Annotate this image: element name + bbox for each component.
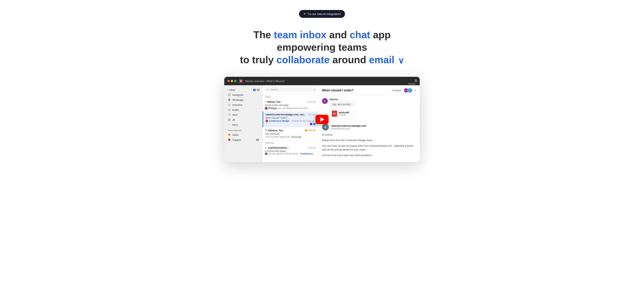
banner-text: Try our new AI integration! [308,12,341,16]
chevron-down-icon[interactable]: ∨ [398,55,404,66]
attachment[interactable]: PDF quote.pdf 7.99KB ··· [330,109,355,118]
sidebar: ▾ Inbox 2 4 Instagram Whatsapp [224,85,262,162]
accounting-badge: Accounting [290,136,302,138]
email-subject: When should I order? [322,89,354,92]
sidebar-item-support[interactable]: Support 2 [225,137,262,142]
svg-rect-7 [228,119,229,120]
support-badge: 2 [256,139,259,141]
reply-icons [310,123,316,125]
conv-sender: t orphelia@nytime... [265,146,289,149]
svg-point-11 [267,89,269,90]
assigned-label: Assigned [392,89,401,92]
email-text-body: Hi Carlos, Rafael here from the Conferen… [318,133,420,162]
sidebar-item-label: Instagram [232,93,244,96]
copy-label: Копиро... [408,83,417,85]
conv-preview-row: File: invoices-staple.pdf Accounting [265,135,316,138]
conv-subject: July expenses [265,132,316,135]
sidebar-item-label: Snoozed [232,103,242,106]
app-preview: M Missive overview - What is Missive? ⧉ … [224,77,420,162]
email-view: When should I order? Assigned E R ▾ E Et… [318,85,420,162]
sort-icon[interactable]: ⇅ [314,88,316,91]
sidebar-item-label: Sent [232,113,238,116]
email-para2: You can order as late as August 10th if … [322,144,416,152]
svg-text:t: t [266,147,266,148]
conv-time: 9:41 AM [308,147,316,149]
title-bar: M Missive overview - What is Missive? ⧉ … [224,77,420,85]
sidebar-item-label: All [232,118,235,121]
sidebar-item-instagram[interactable]: Instagram [225,92,262,97]
sidebar-item-label: Sales [232,133,239,136]
more-options-icon[interactable]: ··· [351,112,353,115]
conv-sender: rafael@conferencebadge.com, carl... [266,113,306,116]
conv-header-row: t orphelia@nytime... 9:41 AM [265,146,316,149]
yesterday-label: Yesterday [262,140,318,145]
conversation-item-selected[interactable]: rafael@conferencebadge.com, carl... 9:25… [262,111,318,127]
svg-rect-10 [230,120,230,121]
whatsapp-icon [228,98,231,101]
chevron-down-icon[interactable]: ▾ [415,89,416,92]
svg-rect-8 [230,119,230,120]
conv-sender: Etienne, You [265,129,283,132]
email-para1: Rafael here from the Conference Badge te… [322,138,416,142]
conv-time-urgent: ⬤ 8:00 AM [305,129,316,132]
sidebar-item-label: More [232,123,238,126]
hero-title: The team inbox and chat app empowering t… [240,29,404,66]
sidebar-item-more[interactable]: + More [225,122,262,127]
hero-line2: to truly collaborate around email ∨ [240,54,404,65]
today-label: Today [262,94,318,99]
bubble-sender-name: Etienne [330,98,355,101]
sidebar-item-label: Drafts [232,108,239,111]
conv-preview: Philippe can you please look into this? [265,107,316,110]
attachment-name: quote.pdf [339,111,349,114]
conv-preview: Do you agree on those terms Conference [265,152,316,155]
youtube-play-button[interactable] [316,115,328,124]
conv-header-row: ♥ Rafael, You 10:54 AM [265,100,316,103]
conv-preview: File: invoices-staple.pdf [266,135,290,138]
svg-point-3 [229,94,230,95]
youtube-play-overlay[interactable] [316,115,328,124]
sidebar-item-inbox[interactable]: ▾ Inbox 2 4 [224,88,262,92]
conversation-item[interactable]: Etienne, You ⬤ 8:00 AM July expenses Fil… [262,127,318,140]
sparkle-icon: ✦ [303,12,306,16]
ai-banner[interactable]: ✦ Try our new AI integration! [299,10,345,18]
snoozed-icon [228,103,231,106]
all-icon [228,118,231,121]
copy-icon[interactable]: ⧉ [414,79,417,83]
pdf-icon: PDF [332,111,337,117]
sidebar-item-sales[interactable]: Sales [225,132,262,137]
conv-header-row: Etienne, You ⬤ 8:00 AM [265,129,316,132]
bubble-avatar: E [322,98,328,104]
from-email: carlos@acme.com [331,127,366,130]
email-para3: Let me know if you have any other questi… [322,154,416,158]
search-bar[interactable]: Search [265,87,312,92]
sidebar-item-snoozed[interactable]: Snoozed [225,102,262,107]
attachment-size: 7.99KB [339,114,349,116]
conv-subject: Social media campaign [265,104,316,106]
search-placeholder: Search [270,88,278,91]
minimize-dot[interactable] [231,80,233,82]
email-from: R rafael@conferencebadge.com carlos@acme… [318,121,420,133]
sidebar-item-whatsapp[interactable]: Whatsapp [225,97,262,102]
inbox-label: Inbox [229,88,235,91]
app-logo: M [239,79,243,83]
play-triangle-icon [320,117,324,122]
inbox-badge-grey: 4 [257,89,260,91]
from-name: rafael@conferencebadge.com [331,124,366,127]
conversation-item[interactable]: ♥ Rafael, You 10:54 AM Social media camp… [262,99,318,111]
team-inboxes-label: Team Inboxes [224,127,262,132]
close-dot[interactable] [227,80,230,82]
sidebar-item-sent[interactable]: Sent [225,112,262,117]
sidebar-item-drafts[interactable]: Drafts [225,107,262,112]
maximize-dot[interactable] [234,80,236,82]
conversation-item[interactable]: t orphelia@nytime... 9:41 AM Partnership… [262,145,318,157]
traffic-lights [227,80,236,82]
sidebar-item-label: Support [232,138,241,141]
email-salutation: Hi Carlos, [322,133,416,137]
support-icon [228,138,231,141]
bubble-text: Yep, let's do this! [332,103,353,106]
conv-time: 10:54 AM [307,101,316,103]
inbox-badges: 2 4 [253,89,260,91]
avatar: R [408,88,412,93]
conv-time: 9:25 AM [308,113,316,116]
sidebar-item-all[interactable]: All [225,117,262,122]
